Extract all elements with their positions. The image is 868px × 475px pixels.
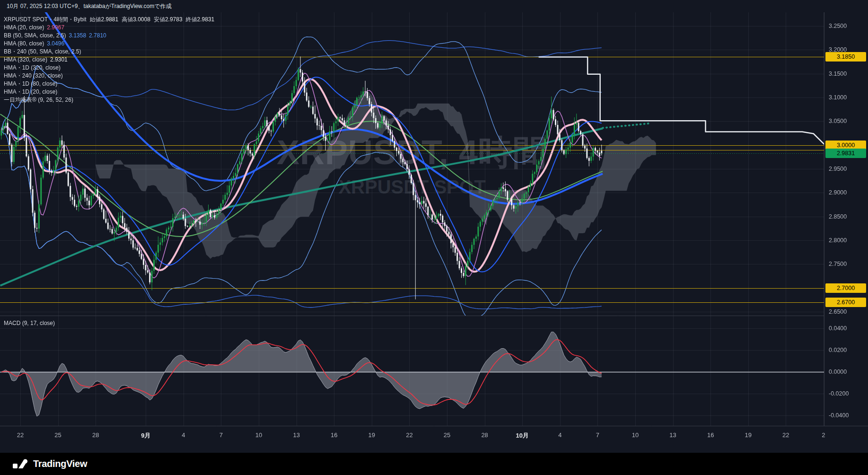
legend-row-indicator[interactable]: HMA (80, close)3.0496	[4, 40, 214, 48]
legend-row-indicator[interactable]: BB (50, SMA, close, 2.5)3.13582.7810	[4, 32, 214, 40]
price-tick[interactable]: 2.8500	[829, 213, 847, 220]
time-tick[interactable]: 19	[368, 431, 375, 439]
indicator-label: HMA (20, close)	[4, 24, 44, 31]
price-tick[interactable]: 3.0500	[829, 118, 847, 124]
legend-row-indicator[interactable]: HMA・1D (320, close)	[4, 64, 214, 72]
macd-tick[interactable]: 0.0400	[829, 325, 847, 332]
time-tick[interactable]: 28	[481, 431, 488, 439]
time-tick[interactable]: 16	[331, 431, 337, 439]
price-tick[interactable]: 2.8000	[829, 237, 847, 244]
price-tick[interactable]: 3.2500	[829, 23, 847, 29]
indicator-label: HMA・1D (320, close)	[4, 64, 61, 71]
footer: TradingView	[0, 453, 868, 475]
legend-symbol-title: XRPUSDT SPOT・4時間・Bybit	[4, 16, 86, 23]
price-highlight-box[interactable]: 2.7000	[825, 283, 866, 293]
indicator-label: BB (50, SMA, close, 2.5)	[4, 32, 66, 39]
time-tick[interactable]: 4	[558, 431, 561, 439]
indicator-label: HMA・1D (20, close)	[4, 88, 57, 95]
price-highlight-box[interactable]: 2.9831	[825, 149, 866, 158]
time-tick[interactable]: 7	[219, 431, 223, 439]
legend-ohlc-value: 始値2.9881	[89, 16, 118, 23]
indicator-label: 一目均衡表® (9, 26, 52, 26)	[4, 97, 73, 103]
time-tick[interactable]: 13	[293, 431, 299, 439]
macd-tick[interactable]: -0.0200	[829, 390, 849, 397]
time-tick[interactable]: 13	[669, 431, 676, 439]
time-tick[interactable]: 10	[632, 431, 639, 439]
legend-ohlc-value: 安値2.9783	[154, 16, 183, 23]
price-tick[interactable]: 2.6500	[829, 308, 847, 315]
indicator-value: 3.0496	[47, 40, 64, 47]
indicator-label: HMA (80, close)	[4, 40, 44, 47]
tradingview-logo-icon[interactable]	[12, 457, 28, 471]
time-tick[interactable]: 28	[92, 431, 99, 439]
time-tick[interactable]: 19	[745, 431, 752, 439]
legend-row-symbol[interactable]: XRPUSDT SPOT・4時間・Bybit始値2.9881高値3.0008安値…	[4, 16, 214, 24]
macd-tick[interactable]: 0.0200	[829, 347, 847, 353]
indicator-value: 2.7810	[89, 32, 106, 39]
legend-ohlc-value: 高値3.0008	[122, 16, 150, 23]
indicator-label: HMA (320, close)	[4, 56, 47, 63]
time-tick[interactable]: 22	[17, 431, 24, 439]
price-highlight-box[interactable]: 2.6700	[825, 298, 866, 307]
legend-row-indicator[interactable]: HMA・1D (80, close)	[4, 80, 214, 88]
indicator-value: 2.9967	[47, 24, 64, 31]
time-tick[interactable]: 22	[406, 431, 412, 439]
time-tick[interactable]: 4	[182, 431, 185, 439]
snapshot-attribution: 10月 07, 2025 12:03 UTC+9、takatabaがTradin…	[0, 0, 868, 12]
legend-row-indicator[interactable]: HMA (20, close)2.9967	[4, 24, 214, 32]
price-tick[interactable]: 3.1500	[829, 70, 847, 77]
time-tick[interactable]: 10	[255, 431, 262, 439]
indicator-value: 2.9301	[50, 56, 68, 63]
tradingview-brand[interactable]: TradingView	[33, 458, 87, 469]
time-tick[interactable]: 25	[444, 431, 450, 439]
legend: XRPUSDT SPOT・4時間・Bybit始値2.9881高値3.0008安値…	[4, 16, 214, 104]
macd-tick[interactable]: 0.0000	[829, 369, 847, 375]
legend-row-indicator[interactable]: HMA (320, close)2.9301	[4, 56, 214, 64]
legend-row-indicator[interactable]: HMA・240 (320, close)	[4, 72, 214, 80]
legend-row-indicator[interactable]: HMA・1D (20, close)	[4, 88, 214, 96]
snapshot-attribution-text: 10月 07, 2025 12:03 UTC+9、takatabaがTradin…	[7, 2, 171, 10]
indicator-label: HMA・1D (80, close)	[4, 80, 57, 87]
time-tick[interactable]: 16	[707, 431, 714, 439]
macd-legend-label: MACD (9, 17, close)	[4, 320, 55, 326]
price-tick[interactable]: 2.7500	[829, 261, 847, 267]
macd-tick[interactable]: -0.0400	[829, 412, 849, 419]
indicator-label: BB・240 (50, SMA, close, 2.5)	[4, 48, 81, 55]
legend-ohlc-value: 終値2.9831	[186, 16, 215, 23]
time-tick[interactable]: 10月	[516, 431, 528, 440]
price-tick[interactable]: 3.1000	[829, 94, 847, 101]
tradingview-snapshot: 10月 07, 2025 12:03 UTC+9、takatabaがTradin…	[0, 0, 868, 475]
time-tick[interactable]: 9月	[141, 431, 150, 440]
time-tick[interactable]: 2	[822, 431, 825, 439]
indicator-label: HMA・240 (320, close)	[4, 72, 63, 79]
price-tick[interactable]: 2.9000	[829, 189, 847, 196]
time-tick[interactable]: 22	[782, 431, 789, 439]
time-tick[interactable]: 7	[596, 431, 599, 439]
time-tick[interactable]: 25	[54, 431, 61, 439]
macd-legend[interactable]: MACD (9, 17, close)	[4, 320, 55, 326]
legend-row-indicator[interactable]: 一目均衡表® (9, 26, 52, 26)	[4, 96, 214, 104]
price-tick[interactable]: 2.9500	[829, 166, 847, 172]
price-highlight-box[interactable]: 3.1850	[825, 52, 866, 62]
indicator-value: 3.1358	[69, 32, 86, 39]
legend-row-indicator[interactable]: BB・240 (50, SMA, close, 2.5)	[4, 48, 214, 56]
